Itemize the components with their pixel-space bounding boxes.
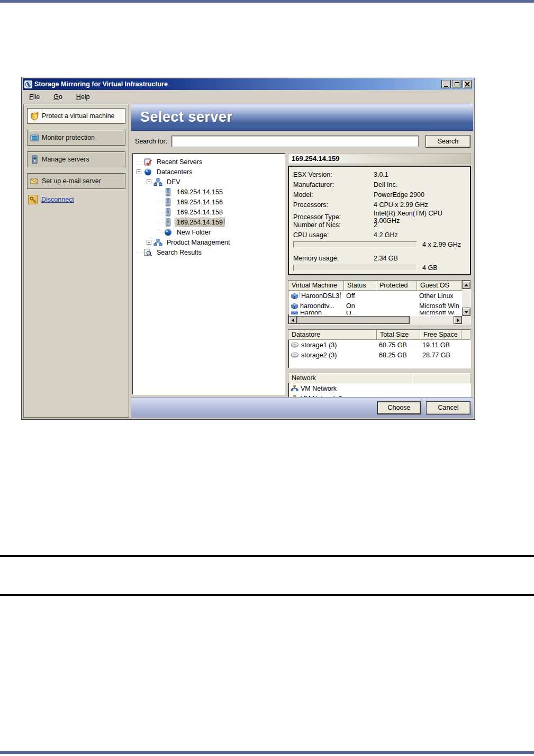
search-button[interactable]: Search — [426, 135, 470, 148]
details-header: 169.254.14.159 — [288, 153, 471, 164]
maximize-icon — [455, 82, 459, 86]
net-icon — [291, 385, 298, 392]
scroll-right-button[interactable] — [454, 316, 462, 324]
vm-vertical-scrollbar[interactable] — [462, 281, 470, 316]
network-spacer-header — [412, 373, 470, 383]
collapse-toggle[interactable] — [147, 179, 153, 184]
server-tree: Recent ServersDatacentersDEV169.254.14.1… — [132, 153, 285, 395]
server-info-box: ESX Version:3.0.1Manufacturer:Dell Inc.M… — [288, 166, 471, 275]
sidebar-button[interactable]: Protect a virtual machine — [27, 108, 125, 124]
minus-icon — [137, 169, 141, 174]
network-column-header[interactable]: Network — [288, 373, 412, 383]
datastore-column-header[interactable]: Datastore — [288, 330, 377, 340]
info-value: Dell Inc. — [374, 181, 466, 188]
tree-item[interactable]: 169.254.14.155 — [133, 187, 284, 197]
info-row: Model:PowerEdge 2900 — [293, 190, 466, 200]
sidebar-buttons: Protect a virtual machineMonitor protect… — [27, 108, 125, 189]
close-button[interactable] — [463, 80, 472, 88]
scroll-left-button[interactable] — [288, 316, 297, 324]
tree-connector — [157, 192, 164, 192]
info-row: Number of Nics:2 — [293, 220, 466, 230]
datastore-column-header — [461, 330, 470, 340]
network-table-header: Network — [288, 373, 470, 383]
tree-item-label: Datacenters — [155, 168, 194, 176]
tree-item[interactable]: 169.254.14.156 — [133, 197, 284, 207]
tree-item[interactable]: DEV — [133, 177, 284, 187]
choose-button[interactable]: Choose — [377, 401, 421, 415]
tree-item[interactable]: 169.254.14.158 — [133, 207, 284, 217]
expand-toggle[interactable] — [147, 240, 153, 245]
vm-column-header[interactable]: Virtual Machine — [288, 281, 344, 291]
scroll-up-button[interactable] — [462, 281, 470, 289]
vm-guest-os: Microsoft Win — [417, 302, 462, 310]
tree-item[interactable]: Search Results — [133, 247, 284, 257]
search-input[interactable] — [171, 136, 419, 147]
info-value: 4 CPU x 2.99 GHz — [374, 201, 466, 209]
tree-item[interactable]: 169.254.14.159 — [133, 217, 284, 227]
scrollbar-thumb[interactable] — [297, 316, 410, 324]
datastore-table-row[interactable]: storage2 (3) 68.25 GB 28.77 GB — [288, 350, 470, 360]
arrow-up-icon — [464, 284, 468, 286]
sidebar-button[interactable]: Manage servers — [27, 151, 125, 167]
org-icon — [153, 178, 162, 186]
vm-table-row[interactable]: haroondtv... On Microsoft Win — [288, 301, 462, 311]
datastore-name: storage1 (3) — [301, 341, 337, 349]
window-title: Storage Mirroring for Virtual Infrastruc… — [34, 80, 441, 88]
network-table-row[interactable]: VM Network — [288, 383, 470, 393]
datastore-table-header: DatastoreTotal SizeFree Space — [288, 330, 470, 340]
disconnect-link[interactable]: Disconnect — [41, 196, 74, 203]
datastore-table-rows: storage1 (3) 60.75 GB 19.11 GB storage2 … — [288, 340, 470, 360]
vm-column-header[interactable]: Status — [344, 281, 376, 291]
find-icon — [143, 248, 152, 257]
tree-connector — [157, 212, 164, 212]
cancel-button[interactable]: Cancel — [426, 401, 470, 415]
datastore-column-header[interactable]: Free Space — [420, 330, 461, 340]
menu-item-go[interactable]: Go — [53, 93, 62, 101]
collapse-toggle[interactable] — [137, 169, 143, 174]
vm-horizontal-scrollbar[interactable] — [288, 316, 470, 324]
menu-item-file[interactable]: File — [29, 93, 40, 101]
tree-item-label: 169.254.14.158 — [175, 208, 224, 217]
vm-status: On — [344, 302, 376, 310]
vm-icon — [291, 292, 298, 300]
srv-icon — [164, 188, 173, 196]
key-icon — [28, 195, 38, 204]
info-label: Processors: — [293, 201, 374, 209]
sidebar-button-label: Monitor protection — [42, 134, 95, 141]
vm-table-rows: HaroonDSL3 Off Other Linux haroondtv... … — [288, 291, 462, 314]
tree-item[interactable]: Recent Servers — [133, 157, 284, 167]
scroll-down-button[interactable] — [462, 308, 470, 316]
info-label: Memory usage: — [293, 255, 374, 262]
minimize-button[interactable] — [441, 80, 451, 88]
scrollbar-corner — [462, 316, 470, 324]
maximize-button[interactable] — [452, 80, 461, 88]
vm-icon — [291, 302, 298, 310]
srv-icon — [164, 208, 173, 217]
tree-item[interactable]: Product Management — [133, 237, 284, 247]
page-divider-rule-2 — [0, 594, 534, 596]
info-row: ESX Version:3.0.1 — [293, 169, 466, 179]
vm-column-header[interactable]: Guest OS — [417, 281, 462, 291]
datastore-table-row[interactable]: storage1 (3) 60.75 GB 19.11 GB — [288, 340, 470, 350]
info-label: Manufacturer: — [293, 181, 374, 188]
page-divider-rule-1 — [0, 555, 534, 557]
menu-item-help[interactable]: Help — [76, 93, 90, 101]
search-label: Search for: — [135, 138, 167, 145]
sidebar: Protect a virtual machineMonitor protect… — [23, 104, 129, 418]
tree-item[interactable]: Datacenters — [133, 167, 284, 177]
tree-connector — [137, 252, 143, 253]
vm-table-row[interactable]: HaroonDSL3 Off Other Linux — [288, 291, 462, 301]
sidebar-button[interactable]: Set up e-mail server — [27, 173, 125, 189]
tree-item[interactable]: New Folder — [133, 227, 284, 237]
title-bar[interactable]: Storage Mirroring for Virtual Infrastruc… — [23, 78, 474, 90]
sidebar-button-label: Manage servers — [42, 156, 89, 163]
disconnect-row: Disconnect — [28, 195, 125, 204]
vm-table-row[interactable]: Haroon... O... Microsoft W... — [288, 311, 462, 314]
mail-icon — [30, 177, 39, 186]
sidebar-button[interactable]: Monitor protection — [27, 130, 125, 146]
info-row: Processors:4 CPU x 2.99 GHz — [293, 200, 466, 210]
info-label: CPU usage: — [293, 231, 374, 239]
search-row: Search for: Search — [131, 131, 473, 151]
vm-column-header[interactable]: Protected — [376, 281, 417, 291]
datastore-column-header[interactable]: Total Size — [377, 330, 420, 340]
